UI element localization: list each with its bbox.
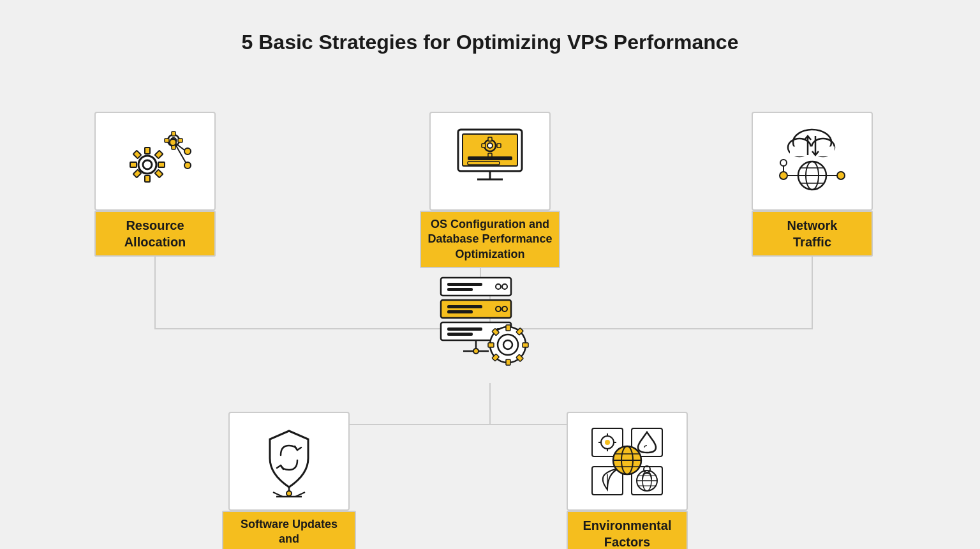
software-updates-label: Software Updates and Security Measures — [222, 511, 356, 549]
svg-rect-11 — [133, 150, 142, 158]
center-server-icon — [425, 271, 537, 383]
os-config-label: OS Configuration and Database Performanc… — [420, 211, 560, 268]
svg-point-25 — [184, 162, 191, 169]
svg-rect-30 — [488, 137, 492, 141]
page-title: 5 Basic Strategies for Optimizing VPS Pe… — [242, 31, 739, 54]
svg-rect-68 — [447, 333, 473, 336]
svg-point-6 — [143, 160, 152, 169]
network-traffic-icon-box — [752, 112, 873, 211]
node-os-config: OS Configuration and Database Performanc… — [420, 112, 560, 268]
network-traffic-label: Network Traffic — [752, 211, 873, 257]
svg-rect-67 — [447, 327, 482, 331]
svg-rect-19 — [165, 139, 169, 142]
environmental-factors-label: Environmental Factors — [567, 511, 688, 549]
svg-point-54 — [780, 160, 787, 166]
software-updates-icon — [248, 423, 330, 500]
svg-rect-12 — [155, 150, 163, 158]
resource-allocation-icon-box — [94, 112, 216, 211]
svg-point-73 — [473, 349, 479, 354]
svg-point-86 — [286, 491, 292, 496]
svg-rect-63 — [447, 310, 473, 313]
svg-rect-62 — [447, 305, 482, 308]
svg-rect-33 — [497, 144, 501, 147]
svg-rect-8 — [145, 176, 150, 182]
svg-rect-79 — [488, 343, 494, 347]
svg-rect-10 — [158, 162, 165, 167]
environmental-icon-box — [567, 412, 688, 511]
svg-rect-80 — [523, 343, 528, 347]
svg-rect-7 — [145, 147, 150, 154]
svg-point-23 — [170, 139, 176, 146]
svg-rect-77 — [506, 325, 510, 331]
resource-allocation-icon — [114, 123, 197, 200]
node-resource-allocation: Resource Allocation — [94, 112, 216, 257]
svg-rect-78 — [506, 359, 510, 365]
svg-rect-32 — [482, 144, 486, 147]
network-traffic-icon — [771, 123, 854, 200]
svg-rect-20 — [178, 139, 182, 142]
software-updates-icon-box — [228, 412, 350, 511]
environmental-icon — [586, 423, 669, 500]
node-software-updates: Software Updates and Security Measures — [222, 412, 356, 549]
svg-rect-9 — [130, 162, 137, 167]
svg-point-51 — [837, 172, 845, 179]
svg-point-29 — [487, 143, 493, 148]
node-environmental: Environmental Factors — [567, 412, 688, 549]
svg-point-24 — [184, 148, 191, 154]
svg-rect-17 — [172, 132, 175, 136]
svg-rect-58 — [447, 288, 473, 291]
svg-point-50 — [780, 172, 787, 179]
svg-rect-35 — [468, 162, 500, 165]
node-network-traffic: Network Traffic — [752, 112, 873, 257]
svg-rect-14 — [155, 169, 163, 177]
center-server-node — [425, 271, 537, 386]
svg-rect-57 — [447, 283, 482, 286]
svg-point-5 — [138, 156, 156, 174]
diagram-container: Resource Allocation — [43, 86, 937, 520]
svg-rect-34 — [468, 156, 512, 160]
os-config-icon-box — [429, 112, 551, 211]
svg-point-92 — [605, 440, 610, 445]
resource-allocation-label: Resource Allocation — [94, 211, 216, 257]
os-config-icon — [449, 123, 531, 200]
